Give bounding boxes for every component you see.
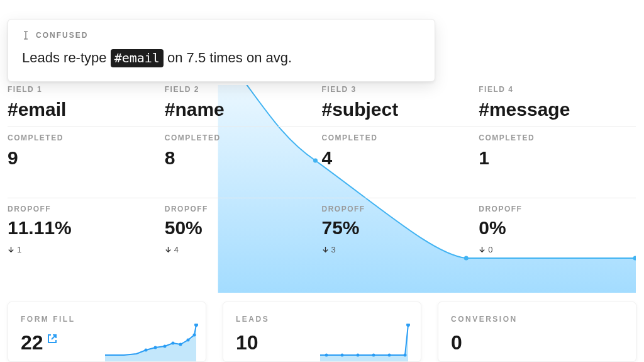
completed-label-1: COMPLETED <box>8 133 162 142</box>
dropoff-delta-1: 1 <box>8 245 162 254</box>
conversion-card[interactable]: CONVERSION 0 <box>438 302 636 362</box>
insight-card: CONFUSED Leads re-type #email on 7.5 tim… <box>8 19 435 82</box>
leads-label: LEADS <box>236 315 408 324</box>
svg-point-16 <box>404 354 407 357</box>
formfill-card[interactable]: FORM FILL 22 <box>8 302 206 362</box>
funnel-table: FIELD 1 #email FIELD 2 #name FIELD 3 #su… <box>8 85 636 293</box>
completed-label-3: COMPLETED <box>322 133 477 142</box>
stats-cards-row: FORM FILL 22 LEADS 10 <box>8 302 636 362</box>
dropoff-value-4: 0% <box>479 217 633 239</box>
dropoff-delta-3: 3 <box>322 245 477 254</box>
completed-label-4: COMPLETED <box>479 133 633 142</box>
dropoff-delta-4: 0 <box>479 245 633 254</box>
insight-title-pre: Leads re-type <box>22 50 111 65</box>
insight-title-tag: #email <box>111 49 164 67</box>
svg-point-4 <box>154 346 157 349</box>
leads-card[interactable]: LEADS 10 <box>223 302 421 362</box>
field-label-1: FIELD 1 <box>8 85 162 94</box>
dropoff-value-3: 75% <box>322 217 477 239</box>
formfill-value: 22 <box>21 331 43 354</box>
svg-point-15 <box>388 354 391 357</box>
field-label-3: FIELD 3 <box>322 85 477 94</box>
field-col-1: FIELD 1 #email <box>8 85 165 120</box>
field-name-4: #message <box>479 99 633 120</box>
completed-value-2: 8 <box>165 147 319 169</box>
completed-label-2: COMPLETED <box>165 133 319 142</box>
dropoff-label-2: DROPOFF <box>165 205 319 213</box>
insight-header: CONFUSED <box>22 31 421 40</box>
svg-point-5 <box>164 345 167 348</box>
svg-point-17 <box>406 324 410 327</box>
svg-point-7 <box>179 343 182 346</box>
dropoff-label-1: DROPOFF <box>8 205 162 213</box>
svg-point-6 <box>172 342 175 345</box>
svg-point-14 <box>372 354 375 357</box>
formfill-label: FORM FILL <box>21 315 193 324</box>
leads-value: 10 <box>236 331 258 354</box>
arrow-down-icon <box>479 246 486 253</box>
svg-point-13 <box>357 354 360 357</box>
svg-point-11 <box>325 354 328 357</box>
dropoff-label-4: DROPOFF <box>479 205 633 213</box>
arrow-down-icon <box>322 246 329 253</box>
insight-title: Leads re-type #email on 7.5 times on avg… <box>22 48 421 67</box>
completed-value-4: 1 <box>479 147 633 169</box>
text-cursor-icon <box>22 31 30 40</box>
svg-point-3 <box>145 349 148 352</box>
field-name-2: #name <box>165 99 319 120</box>
svg-point-12 <box>341 354 344 357</box>
formfill-sparkline <box>105 324 199 361</box>
svg-point-10 <box>194 324 198 327</box>
dropoff-value-1: 11.11% <box>8 217 162 239</box>
arrow-down-icon <box>8 246 14 253</box>
field-col-3: FIELD 3 #subject <box>322 85 479 120</box>
external-link-icon[interactable] <box>47 334 57 344</box>
completed-value-3: 4 <box>322 147 477 169</box>
conversion-value: 0 <box>451 331 462 354</box>
dropoff-delta-2: 4 <box>165 245 319 254</box>
dropoff-value-2: 50% <box>165 217 319 239</box>
dropoff-label-3: DROPOFF <box>322 205 477 213</box>
field-name-1: #email <box>8 99 162 120</box>
field-name-3: #subject <box>322 99 477 120</box>
field-label-2: FIELD 2 <box>165 85 319 94</box>
svg-point-8 <box>187 339 190 342</box>
insight-title-post: on 7.5 times on avg. <box>164 50 292 65</box>
field-col-4: FIELD 4 #message <box>479 85 636 120</box>
field-label-4: FIELD 4 <box>479 85 633 94</box>
field-col-2: FIELD 2 #name <box>165 85 322 120</box>
insight-badge: CONFUSED <box>36 31 88 40</box>
svg-point-9 <box>193 334 196 337</box>
leads-sparkline <box>320 324 414 361</box>
completed-value-1: 9 <box>8 147 162 169</box>
arrow-down-icon <box>165 246 172 253</box>
conversion-label: CONVERSION <box>451 315 623 324</box>
